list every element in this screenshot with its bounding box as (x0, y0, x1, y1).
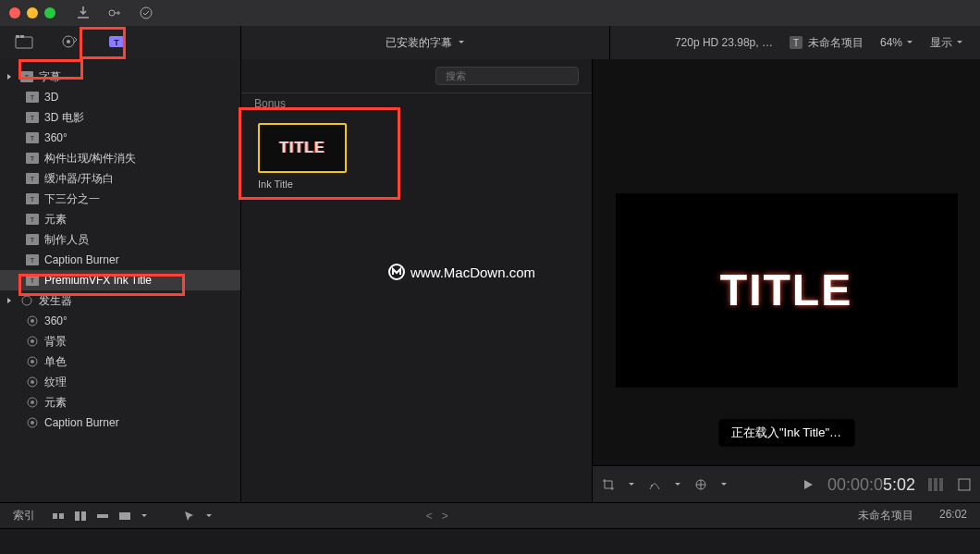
search-input[interactable] (446, 70, 573, 81)
import-icon[interactable] (76, 6, 91, 20)
fullscreen-icon[interactable] (958, 478, 971, 491)
title-item-icon: T (26, 214, 39, 225)
svg-point-0 (109, 10, 115, 16)
viewer-panel: TITLE 正在载入"Ink Title"… 00:00:05:02 (592, 59, 980, 502)
color-tool-icon[interactable] (694, 478, 707, 491)
sidebar-group-titles[interactable]: T 字幕 (0, 67, 240, 87)
sidebar-item-label: 360° (44, 131, 67, 144)
sidebar-group-label: 字幕 (39, 69, 61, 85)
sidebar-item[interactable]: T缓冲器/开场白 (0, 168, 240, 189)
browser-scope-dropdown[interactable]: 已安装的字幕 (241, 35, 609, 51)
clip-appearance-icon[interactable] (118, 510, 131, 523)
crop-tool-icon[interactable] (602, 478, 615, 491)
minimize-window-button[interactable] (27, 7, 38, 18)
close-window-button[interactable] (9, 7, 20, 18)
title-icon: T (790, 36, 802, 49)
sidebar-item[interactable]: T构件出现/构件消失 (0, 148, 240, 168)
zoom-window-button[interactable] (44, 7, 55, 18)
sidebar-item[interactable]: 背景 (0, 331, 240, 351)
svg-rect-54 (97, 514, 108, 518)
sidebar-item-label: 构件出现/构件消失 (44, 151, 136, 166)
watermark: www.MacDown.com (388, 264, 535, 280)
play-button-icon[interactable] (802, 478, 815, 491)
bottom-bar (0, 528, 980, 554)
browser-scope-label: 已安装的字幕 (386, 35, 452, 51)
index-button[interactable]: 索引 (13, 508, 35, 523)
svg-text:T: T (31, 93, 35, 102)
sidebar-item[interactable]: T3D 电影 (0, 107, 240, 128)
svg-text:T: T (31, 256, 35, 265)
window-controls (9, 7, 55, 18)
title-item-icon: T (26, 234, 39, 245)
timeline-nav-arrows[interactable]: < > (426, 510, 448, 523)
sidebar-group-label: 发生器 (39, 293, 72, 309)
chevron-down-icon (628, 481, 635, 488)
disclosure-triangle-icon[interactable] (6, 296, 15, 305)
keyword-icon[interactable] (107, 6, 122, 20)
viewer-canvas[interactable]: TITLE 正在载入"Ink Title"… (593, 59, 980, 465)
sidebar-item[interactable]: 360° (0, 311, 240, 331)
preview-title-text: TITLE (720, 265, 852, 315)
thumbnail-label: Ink Title (258, 179, 575, 190)
title-category-icon: T (20, 71, 33, 82)
media-browser-tab[interactable] (11, 31, 37, 55)
clip-appearance-icon[interactable] (52, 510, 65, 523)
sidebar-item-label: 缓冲器/开场白 (44, 171, 114, 187)
sidebar-item[interactable]: 纹理 (0, 372, 240, 392)
viewer-format-label: 720p HD 23.98p, … (675, 36, 773, 49)
sidebar-item[interactable]: T元素 (0, 209, 240, 229)
svg-text:T: T (31, 215, 35, 224)
sidebar-item[interactable]: TCaption Burner (0, 250, 240, 270)
view-dropdown[interactable]: 显示 (930, 35, 963, 51)
sidebar-group-generators[interactable]: 发生器 (0, 290, 240, 311)
title-item-icon: T (26, 193, 39, 204)
sidebar-item[interactable]: T3D (0, 87, 240, 107)
sidebar-item[interactable]: 单色 (0, 351, 240, 372)
sidebar-item-label: 元素 (44, 212, 67, 228)
browser-panel: Bonus TITLE Ink Title (240, 59, 592, 502)
title-item-icon: T (26, 112, 39, 123)
svg-text:T: T (31, 277, 35, 285)
preview-frame: TITLE (616, 193, 958, 388)
sidebar-item-label: Caption Burner (44, 253, 119, 266)
select-tool-icon[interactable] (183, 510, 196, 523)
sidebar-item[interactable]: T360° (0, 128, 240, 148)
titles-browser-tab[interactable]: T (104, 31, 129, 55)
svg-point-1 (141, 7, 152, 18)
audio-browser-tab[interactable] (57, 31, 83, 55)
disclosure-triangle-icon[interactable] (6, 72, 15, 81)
svg-text:T: T (31, 134, 35, 142)
project-name-label: 未命名项目 (808, 35, 864, 51)
titlebar (0, 0, 980, 26)
clip-appearance-icon[interactable] (96, 510, 109, 523)
generator-category-icon (20, 295, 33, 306)
title-thumbnail[interactable]: TITLE (258, 123, 347, 173)
generator-item-icon (26, 315, 39, 326)
search-field[interactable] (435, 67, 579, 85)
svg-point-37 (31, 339, 34, 343)
sidebar-item[interactable]: T制作人员 (0, 229, 240, 250)
sidebar-item-label: 3D 电影 (44, 110, 84, 126)
transport-bar: 00:00:05:02 (593, 465, 980, 502)
svg-point-47 (651, 485, 653, 486)
retime-tool-icon[interactable] (648, 478, 661, 491)
clip-appearance-icon[interactable] (74, 510, 87, 523)
svg-text:T: T (31, 175, 35, 183)
chevron-down-icon (674, 481, 681, 488)
audio-meters-icon[interactable] (928, 478, 945, 491)
sidebar-item[interactable]: 元素 (0, 392, 240, 412)
sidebar-item[interactable]: Caption Burner (0, 412, 240, 433)
chevron-down-icon (141, 512, 148, 520)
timecode-display[interactable]: 00:00:05:02 (827, 474, 915, 495)
chevron-down-icon (720, 481, 728, 488)
svg-point-45 (31, 421, 34, 425)
timeline-project-label: 未命名项目 (858, 508, 913, 523)
sidebar-item[interactable]: TPremiumVFX Ink Title (0, 270, 240, 290)
zoom-dropdown[interactable]: 64% (880, 36, 913, 49)
sidebar-item[interactable]: T下三分之一 (0, 189, 240, 209)
svg-text:T: T (31, 154, 35, 163)
generator-item-icon (26, 417, 39, 428)
svg-rect-3 (16, 35, 19, 38)
background-tasks-icon[interactable] (139, 6, 153, 20)
svg-text:T: T (793, 38, 799, 48)
